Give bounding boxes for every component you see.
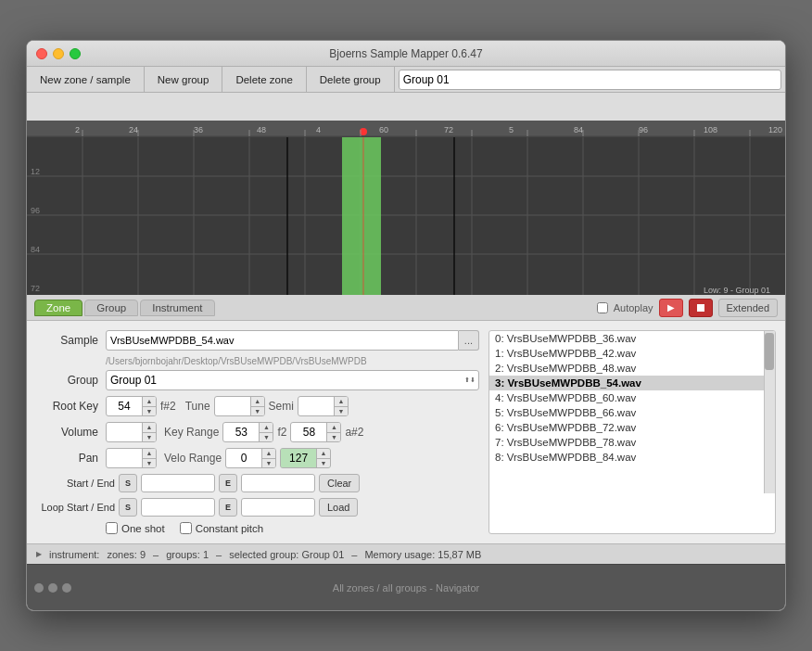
semi-down[interactable]: ▼: [335, 407, 348, 416]
tune-down[interactable]: ▼: [251, 407, 264, 416]
delete-group-button[interactable]: Delete group: [307, 67, 395, 92]
velo-start-input[interactable]: [226, 449, 261, 467]
load-button[interactable]: Load: [319, 498, 358, 517]
end-btn[interactable]: E: [219, 474, 237, 492]
group-select[interactable]: Group 01: [106, 370, 479, 390]
file-list-item-3[interactable]: 3: VrsBUseMWPDBB_54.wav: [489, 376, 775, 390]
volume-spinner[interactable]: ▲ ▼: [106, 422, 157, 442]
toolbar: New zone / sample New group Delete zone …: [27, 67, 785, 93]
minimize-button[interactable]: [53, 48, 64, 59]
file-list-item-8[interactable]: 8: VrsBUseMWPDBB_84.wav: [489, 450, 775, 465]
close-button[interactable]: [36, 48, 47, 59]
zone-grid[interactable]: 12 96 84 72: [27, 137, 785, 295]
one-shot-checkbox[interactable]: [106, 522, 118, 534]
file-list-item-1[interactable]: 1: VrsBUseMWPDBB_42.wav: [489, 346, 775, 361]
start-btn[interactable]: S: [119, 474, 137, 492]
velo-start-spinner[interactable]: ▲ ▼: [225, 448, 276, 468]
tune-up[interactable]: ▲: [251, 397, 264, 407]
volume-down[interactable]: ▼: [143, 433, 156, 442]
tune-input[interactable]: [215, 397, 250, 415]
root-key-input[interactable]: [107, 397, 142, 415]
title-bar: Bjoerns Sample Mapper 0.6.47: [27, 41, 785, 67]
pan-input[interactable]: [107, 449, 142, 467]
velo-end-input[interactable]: [281, 449, 316, 467]
zone-ruler: 2 24 36 48 4 60 72 5 84 96 108 120: [27, 121, 785, 137]
start-end-label: Start / End: [36, 478, 115, 489]
velo-start-down[interactable]: ▼: [262, 459, 275, 468]
key-range-end-up[interactable]: ▲: [327, 423, 340, 433]
sample-label: Sample: [36, 334, 106, 347]
root-key-up[interactable]: ▲: [143, 397, 156, 407]
constant-pitch-checkbox[interactable]: [180, 522, 192, 534]
tab-zone[interactable]: Zone: [34, 300, 82, 316]
root-key-row: Root Key ▲ ▼ f#2 Tune ▲ ▼: [36, 396, 479, 416]
key-range-end-down[interactable]: ▼: [327, 433, 340, 442]
file-list-item-0[interactable]: 0: VrsBUseMWPDBB_36.wav: [489, 331, 775, 346]
tab-group[interactable]: Group: [84, 300, 138, 316]
sample-file-list[interactable]: 0: VrsBUseMWPDBB_36.wav1: VrsBUseMWPDBB_…: [489, 331, 775, 493]
tune-spinner[interactable]: ▲ ▼: [214, 396, 265, 416]
volume-input[interactable]: [107, 423, 142, 441]
key-range-start-down[interactable]: ▼: [260, 433, 273, 442]
velo-end-up[interactable]: ▲: [317, 449, 330, 459]
loop-start-input[interactable]: [141, 498, 215, 517]
scrollbar-track[interactable]: [764, 331, 775, 493]
file-list-item-2[interactable]: 2: VrsBUseMWPDBB_48.wav: [489, 361, 775, 376]
delete-zone-button[interactable]: Delete zone: [222, 67, 306, 92]
extended-button[interactable]: Extended: [718, 299, 778, 317]
pan-down[interactable]: ▼: [143, 459, 156, 468]
new-zone-button[interactable]: New zone / sample: [27, 67, 145, 92]
pan-up[interactable]: ▲: [143, 449, 156, 459]
scrollbar-thumb[interactable]: [765, 333, 774, 370]
root-key-spinner[interactable]: ▲ ▼: [106, 396, 157, 416]
constant-pitch-checkbox-label[interactable]: Constant pitch: [180, 522, 264, 534]
one-shot-checkbox-label[interactable]: One shot: [106, 522, 165, 534]
loop-start-btn[interactable]: S: [119, 498, 137, 517]
tune-arrows: ▲ ▼: [250, 397, 264, 415]
key-range-start-spinner[interactable]: ▲ ▼: [222, 422, 273, 442]
start-input[interactable]: [141, 474, 215, 492]
status-memory-text: Memory usage: 15,87 MB: [364, 549, 481, 560]
semi-up[interactable]: ▲: [335, 397, 348, 407]
loop-end-input[interactable]: [241, 498, 315, 517]
key-range-start-up[interactable]: ▲: [260, 423, 273, 433]
maximize-button[interactable]: [70, 48, 81, 59]
semi-input[interactable]: [298, 397, 334, 415]
svg-text:108: 108: [704, 125, 717, 134]
key-range-end-spinner[interactable]: ▲ ▼: [290, 422, 341, 442]
svg-text:60: 60: [379, 125, 388, 134]
key-range-end-input[interactable]: [291, 423, 326, 441]
status-separator3: –: [351, 549, 357, 560]
file-list-item-4[interactable]: 4: VrsBUseMWPDBB_60.wav: [489, 390, 775, 405]
file-list-item-7[interactable]: 7: VrsBUseMWPDBB_78.wav: [489, 435, 775, 450]
velo-end-spinner[interactable]: ▲ ▼: [280, 448, 331, 468]
stop-button[interactable]: [689, 299, 713, 317]
file-path: /Users/bjornbojahr/Desktop/VrsBUseMWPDB/…: [106, 356, 479, 366]
key-range-end-arrows: ▲ ▼: [326, 423, 340, 441]
main-content: Sample ... /Users/bjornbojahr/Desktop/Vr…: [27, 321, 785, 543]
loop-end-btn[interactable]: E: [219, 498, 237, 517]
sample-input-row: ...: [106, 330, 479, 351]
sample-list-panel: 0: VrsBUseMWPDBB_36.wav1: VrsBUseMWPDBB_…: [488, 330, 776, 534]
clear-button[interactable]: Clear: [319, 474, 360, 492]
velo-start-up[interactable]: ▲: [262, 449, 275, 459]
file-list-item-5[interactable]: 5: VrsBUseMWPDBB_66.wav: [489, 405, 775, 420]
ruler-svg: 2 24 36 48 4 60 72 5 84 96 108 120: [27, 121, 785, 137]
play-button[interactable]: ▶: [659, 299, 683, 317]
group-dropdown[interactable]: Group 01: [399, 70, 781, 90]
pan-spinner[interactable]: ▲ ▼: [106, 448, 157, 468]
volume-up[interactable]: ▲: [143, 423, 156, 433]
end-input[interactable]: [241, 474, 315, 492]
browse-button[interactable]: ...: [459, 330, 479, 351]
sample-input[interactable]: [106, 330, 459, 351]
checkbox-area: One shot Constant pitch: [106, 522, 479, 534]
file-list-item-6[interactable]: 6: VrsBUseMWPDBB_72.wav: [489, 420, 775, 435]
root-key-down[interactable]: ▼: [143, 407, 156, 416]
piano-keyboard[interactable]: [27, 93, 785, 121]
key-range-start-input[interactable]: [223, 423, 259, 441]
new-group-button[interactable]: New group: [145, 67, 223, 92]
autoplay-checkbox[interactable]: [597, 302, 608, 313]
velo-end-down[interactable]: ▼: [317, 459, 330, 468]
semi-spinner[interactable]: ▲ ▼: [298, 396, 349, 416]
tab-instrument[interactable]: Instrument: [140, 300, 214, 316]
